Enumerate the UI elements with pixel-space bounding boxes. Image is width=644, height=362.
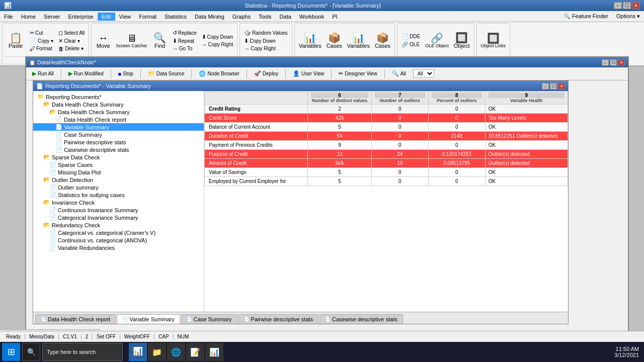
find-btn[interactable]: 🔍 Find (150, 32, 170, 50)
cases-btn-2[interactable]: 📦 Cases (373, 32, 392, 50)
taskbar-statistica[interactable]: 📊 (129, 343, 147, 361)
repeat-btn[interactable]: ⬇ Repeat (171, 37, 199, 45)
menu-statistics[interactable]: Statistics (160, 13, 191, 21)
deploy-btn[interactable]: 🚀 Deploy (250, 69, 282, 78)
taskbar-word[interactable]: 📝 (186, 343, 204, 361)
menu-feature-finder[interactable]: 🔍 Feature Finder (559, 12, 612, 21)
search-box-taskbar[interactable]: Type here to search (42, 343, 123, 361)
start-btn[interactable]: ⊞ (2, 343, 20, 361)
screen-catcher-btn[interactable]: 🖥 Screen Catcher (114, 32, 149, 49)
tree-item-outlier[interactable]: 📂 Outlier Detection (33, 176, 204, 184)
move-btn[interactable]: ↔ Move (94, 32, 113, 50)
all-btn[interactable]: 🔍 All (388, 69, 410, 78)
ole-btn[interactable]: 🔗 OLE (399, 41, 422, 48)
word-icon: 📝 (190, 347, 200, 357)
cut-btn[interactable]: ✂ Cut (28, 29, 55, 37)
stop-btn[interactable]: ■ Stop (114, 70, 137, 78)
tree-item-case-summary[interactable]: 📄 Case Summary (33, 131, 204, 138)
inner-maximize-btn[interactable]: ☐ (610, 59, 617, 66)
goto-btn[interactable]: → Go To (171, 45, 199, 52)
delete-btn[interactable]: 🗑 Delete ▾ (56, 45, 87, 52)
variables-btn-1[interactable]: 📊 Variables (297, 32, 324, 50)
doc-restore-btn[interactable]: ☐ (550, 83, 557, 89)
tab-casewise[interactable]: 📄 Casewise descriptive stats (319, 314, 403, 324)
tree-item-health-summary-sub[interactable]: 📂 Data Health Check Summary (33, 108, 204, 116)
menu-data[interactable]: Data (276, 13, 295, 21)
tree-item-missing-data[interactable]: 📄 Missing Data Plot (33, 168, 204, 176)
doc-minimize-btn[interactable]: – (542, 83, 549, 89)
tree-panel[interactable]: 📁 Reporting Documents* 📂 Data Health Che… (33, 91, 204, 312)
tab-pairwise[interactable]: 📄 Pairwise descriptive stats (238, 314, 319, 324)
node-browser-btn[interactable]: 🌐 Node Browser (195, 69, 243, 78)
tree-item-sparse-cases[interactable]: 📄 Sparse Cases (33, 161, 204, 168)
tree-item-cont-cat[interactable]: 📄 Continuous vs. categorical (ANOVA) (33, 236, 204, 244)
close-btn[interactable]: ✕ (632, 2, 640, 9)
copy-btn[interactable]: 📄 Copy ▾ (28, 37, 55, 45)
taskbar-excel[interactable]: 📊 (205, 343, 223, 361)
designer-view-btn[interactable]: ✏ Designer View (335, 69, 381, 78)
inner-close-btn[interactable]: ✕ (618, 59, 625, 66)
minimize-btn[interactable]: – (614, 2, 622, 9)
tree-item-health-report[interactable]: 📄 Data Health Check report (33, 116, 204, 123)
menu-home[interactable]: Home (17, 13, 40, 21)
object-btn[interactable]: 🔲 Object (452, 32, 472, 50)
doc-close-btn[interactable]: ✕ (558, 83, 565, 89)
dde-btn[interactable]: 📄 DDE (399, 33, 422, 40)
tree-item-reporting[interactable]: 📁 Reporting Documents* (33, 93, 204, 101)
menu-workbook[interactable]: Workbook (295, 13, 328, 21)
menu-format[interactable]: Format (135, 13, 160, 21)
menu-server[interactable]: Server (40, 13, 64, 21)
format-btn[interactable]: 🖊 Format (28, 45, 55, 52)
run-modified-btn[interactable]: ▶ Run Modified (64, 69, 108, 78)
fill-copy-right-btn[interactable]: → Copy Right (242, 45, 289, 52)
tab-case-summary[interactable]: 📄 Case Summary (181, 314, 237, 324)
run-all-btn[interactable]: ▶ Run All (28, 69, 58, 78)
maximize-btn[interactable]: ☐ (623, 2, 631, 9)
tree-item-cat-cat[interactable]: 📄 Categorical vs. categorical (Cramer's … (33, 229, 204, 236)
menu-enterprise[interactable]: Enterprise (64, 13, 97, 21)
inner-minimize-btn[interactable]: – (602, 59, 609, 66)
tree-item-pairwise[interactable]: 📄 Pairwise descriptive stats (33, 138, 204, 146)
view-dropdown[interactable]: All (413, 69, 434, 78)
data-source-btn[interactable]: 📁 Data Source (144, 69, 189, 78)
tab-health-report[interactable]: 📄 Data Health Check report (35, 314, 116, 324)
tree-item-outlying-cases[interactable]: 📄 Statistics for outlying cases (33, 191, 204, 199)
menu-file[interactable]: File (0, 13, 17, 21)
menu-view[interactable]: View (115, 13, 135, 21)
menu-options[interactable]: Options ▾ (612, 12, 644, 21)
taskbar-chrome[interactable]: 🌐 (167, 343, 185, 361)
tree-item-sparse[interactable]: 📂 Sparse Data Check (33, 153, 204, 161)
select-all-btn[interactable]: ◻ Select All (56, 29, 87, 37)
tree-item-variable-redundancies[interactable]: 📄 Variable Redundancies (33, 244, 204, 251)
tree-item-invariance[interactable]: 📂 Invariance Check (33, 199, 204, 206)
tree-item-continuous-invariance[interactable]: 📄 Continuous Invariance Summary (33, 206, 204, 214)
taskbar-file-explorer[interactable]: 📁 (148, 343, 166, 361)
copy-right-btn[interactable]: → Copy Right (200, 41, 235, 48)
ole-object-btn[interactable]: 🔗 OLE Object (423, 32, 451, 49)
tree-item-redundancy[interactable]: 📂 Redundancy Check (33, 221, 204, 229)
toolbar-divider-3 (140, 69, 141, 78)
variables-btn-2[interactable]: 📊 Variables (345, 32, 372, 50)
cases-btn-1[interactable]: 📦 Cases (325, 32, 344, 50)
menu-datamining[interactable]: Data Mining (191, 13, 228, 21)
menu-pi[interactable]: PI (328, 13, 341, 21)
menu-edit[interactable]: Edit (98, 13, 115, 21)
tree-item-health-summary[interactable]: 📂 Data Health Check Summary (33, 101, 204, 108)
random-values-btn[interactable]: 🎲 Random Values (242, 29, 289, 37)
tree-item-casewise[interactable]: 📄 Casewise descriptive stats (33, 146, 204, 153)
tree-item-categorical-invariance[interactable]: 📄 Categorical Invariance Summary (33, 214, 204, 221)
menu-graphs[interactable]: Graphs (228, 13, 255, 21)
tree-item-outlier-summary[interactable]: 📄 Outlier summary (33, 184, 204, 191)
data-grid[interactable]: 6 Number of distinct values 7 Number of … (204, 91, 568, 312)
object-links-btn[interactable]: 🔲 Object Links (479, 32, 508, 49)
search-taskbar-btn[interactable]: 🔍 (22, 343, 40, 361)
clear-btn[interactable]: ✕ Clear ▾ (56, 37, 87, 45)
menu-tools[interactable]: Tools (255, 13, 276, 21)
replace-btn[interactable]: ↺ Replace (171, 29, 199, 37)
copy-down-btn[interactable]: ⬇ Copy Down (200, 33, 235, 41)
user-view-btn[interactable]: 👤 User View (289, 69, 328, 78)
tab-variable-summary[interactable]: 📄 Variable Summary (117, 314, 180, 324)
tree-item-variable-summary[interactable]: 📄 Variable Summary (33, 123, 204, 131)
fill-copy-down-btn[interactable]: ⬇ Copy Down (242, 37, 289, 45)
paste-btn[interactable]: 📋 Paste (5, 32, 27, 50)
